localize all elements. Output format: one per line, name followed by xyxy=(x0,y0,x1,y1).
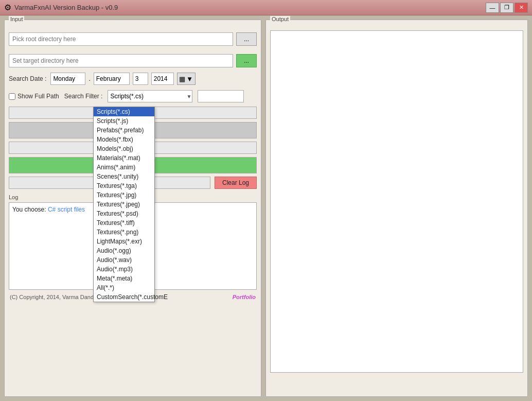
title-bar-left: ⚙ VarmaFxnAI Version Backup - v0.9 xyxy=(4,3,118,12)
target-dir-browse-button[interactable]: ... xyxy=(236,54,257,67)
restore-button[interactable]: ❐ xyxy=(500,3,513,13)
filter-dropdown[interactable]: Scripts(*.cs)Scripts(*.js)Prefabs(*.pref… xyxy=(93,107,155,302)
log-value: C# script files xyxy=(48,206,85,213)
dropdown-item[interactable]: Textures(*.png) xyxy=(94,228,154,237)
date-row: Search Date : . ▦ ▼ xyxy=(9,73,257,85)
dropdown-item[interactable]: Audio(*.wav) xyxy=(94,255,154,265)
title-bar: ⚙ VarmaFxnAI Version Backup - v0.9 — ❐ ✕ xyxy=(0,0,532,15)
dropdown-item[interactable]: CustomSearch(*.customE xyxy=(94,292,154,302)
dropdown-item[interactable]: LightMaps(*.exr) xyxy=(94,237,154,246)
close-button[interactable]: ✕ xyxy=(515,3,528,13)
dropdown-item[interactable]: Audio(*.ogg) xyxy=(94,246,154,255)
output-panel-label: Output xyxy=(270,16,290,22)
dropdown-item[interactable]: Prefabs(*.prefab) xyxy=(94,126,154,135)
dropdown-item[interactable]: Textures(*.jpg) xyxy=(94,190,154,200)
dropdown-arrow-icon: ▼ xyxy=(186,75,193,83)
date-day-field[interactable] xyxy=(50,73,85,85)
input-panel: Input ... ... Search Date : . ▦ ▼ xyxy=(4,20,261,397)
clear-log-button[interactable]: Clear Log xyxy=(215,177,257,189)
show-full-path-label[interactable]: Show Full Path xyxy=(9,93,59,100)
app-icon: ⚙ xyxy=(4,3,11,12)
filter-select[interactable]: Scripts(*.cs)Scripts(*.js)Prefabs(*.pref… xyxy=(108,90,192,102)
minimize-button[interactable]: — xyxy=(486,3,499,13)
dropdown-item[interactable]: Models(*.obj) xyxy=(94,144,154,153)
dropdown-item[interactable]: Audio(*.mp3) xyxy=(94,265,154,274)
show-full-path-checkbox[interactable] xyxy=(9,93,15,100)
filter-select-container: Scripts(*.cs)Scripts(*.js)Prefabs(*.pref… xyxy=(108,90,192,102)
output-panel: Output xyxy=(265,20,528,397)
options-row: Show Full Path Search Filter : Scripts(*… xyxy=(9,90,257,102)
dropdown-item[interactable]: Textures(*.tga) xyxy=(94,181,154,190)
date-month-field[interactable] xyxy=(94,73,130,85)
dropdown-item[interactable]: All(*.*) xyxy=(94,283,154,292)
date-picker-button[interactable]: ▦ ▼ xyxy=(177,73,196,85)
root-dir-browse-button[interactable]: ... xyxy=(236,32,257,46)
dropdown-item[interactable]: Textures(*.jpeg) xyxy=(94,200,154,209)
dropdown-item[interactable]: Models(*.fbx) xyxy=(94,135,154,144)
dropdown-item[interactable]: Scripts(*.js) xyxy=(94,116,154,126)
window-title: VarmaFxnAI Version Backup - v0.9 xyxy=(14,4,118,11)
dropdown-item[interactable]: Scripts(*.cs) xyxy=(94,107,154,116)
title-bar-buttons: — ❐ ✕ xyxy=(486,3,528,13)
dropdown-item[interactable]: Textures(*.tiff) xyxy=(94,218,154,228)
portfolio-link[interactable]: Portfolio xyxy=(233,294,256,300)
main-content: Input ... ... Search Date : . ▦ ▼ xyxy=(0,15,532,401)
input-panel-label: Input xyxy=(9,16,24,22)
target-dir-input[interactable] xyxy=(9,54,233,67)
show-full-path-text: Show Full Path xyxy=(17,93,59,100)
dropdown-item[interactable]: Scenes(*.unity) xyxy=(94,172,154,181)
target-dir-row: ... xyxy=(9,54,257,67)
root-dir-row: ... xyxy=(9,32,257,46)
date-label: Search Date : xyxy=(9,75,46,82)
output-area xyxy=(270,30,523,373)
date-year-field[interactable] xyxy=(151,73,174,85)
dropdown-item[interactable]: Textures(*.psd) xyxy=(94,209,154,218)
root-dir-input[interactable] xyxy=(9,32,233,46)
copyright-text: (C) Copyright, 2014, Varma Dandu. xyxy=(10,294,98,300)
log-prefix: You choose: xyxy=(12,206,48,213)
extra-filter-input[interactable] xyxy=(198,90,244,102)
date-day-num-field[interactable] xyxy=(133,73,148,85)
date-sep1: . xyxy=(88,75,90,82)
calendar-icon: ▦ xyxy=(179,75,185,83)
dropdown-item[interactable]: Meta(*.meta) xyxy=(94,274,154,283)
dropdown-item[interactable]: Materials(*.mat) xyxy=(94,153,154,163)
search-filter-label: Search Filter : xyxy=(64,93,103,100)
dropdown-item[interactable]: Anims(*.anim) xyxy=(94,163,154,172)
